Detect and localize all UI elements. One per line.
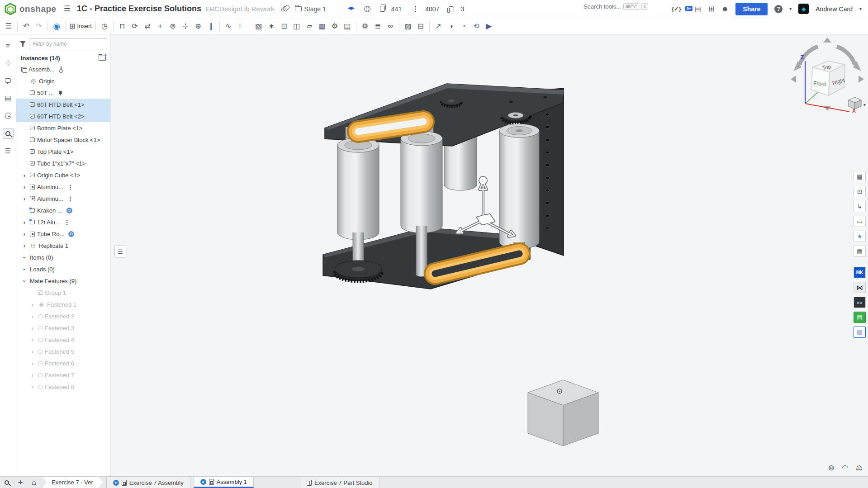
redo-button[interactable]: ↷ <box>33 20 45 33</box>
version-check-icon[interactable]: {✓} <box>672 5 681 12</box>
help-button[interactable]: ? <box>774 5 783 13</box>
search-tools[interactable]: Search tools... alt/⌥ c <box>583 3 648 10</box>
frame-panel-button[interactable]: ▭ <box>854 216 866 227</box>
tree-item[interactable]: › Fastened 6 <box>16 357 110 369</box>
divider-button[interactable] <box>113 21 114 31</box>
tree-item[interactable]: 50T ... ⋔ <box>16 87 110 99</box>
divider-button[interactable] <box>95 21 96 31</box>
chev-right-icon[interactable]: › <box>29 384 36 390</box>
mate-connector-button[interactable]: ⊦ <box>235 20 247 33</box>
tree-item[interactable]: Top Plate <1> <box>16 146 110 157</box>
edit-in-context-button[interactable]: ▱ <box>304 20 315 33</box>
user-name[interactable]: Andrew Card <box>816 5 853 13</box>
new-folder-icon[interactable] <box>99 56 106 61</box>
home-button[interactable]: ⌂ <box>27 477 41 488</box>
tree-item[interactable]: › Fastened 5 <box>16 346 110 357</box>
chev-right-icon[interactable]: › <box>21 231 28 237</box>
protractor-button[interactable]: ◠ <box>842 463 849 473</box>
comments-button[interactable] <box>3 75 14 86</box>
divider-button[interactable] <box>47 21 48 31</box>
tree-item[interactable]: Motor Spacer Block <1> <box>16 134 110 146</box>
chev-right-icon[interactable]: › <box>29 372 36 378</box>
document-tab[interactable]: Exercise 7 - Ver <box>43 477 103 488</box>
document-tab[interactable]: Assembly 1 <box>194 477 254 488</box>
rollback-button[interactable]: ◷ <box>99 20 110 33</box>
divider-button[interactable] <box>65 21 66 31</box>
ball-mate-button[interactable]: ⊚ <box>167 20 179 33</box>
replicate-tool-button[interactable]: ⊡ <box>278 20 290 33</box>
outline-button[interactable]: ☰ <box>3 146 14 156</box>
config-panel-button[interactable]: ⊡ <box>854 186 866 197</box>
likes-icon[interactable] <box>449 6 454 11</box>
document-tab[interactable]: Exercise 7 Part Studio <box>300 477 379 488</box>
gear-relation-button[interactable]: ⚙ <box>359 20 371 33</box>
slider-mate-button[interactable]: ⇄ <box>142 20 153 33</box>
tree-item[interactable]: 60T HTD Belt <1> <box>16 99 110 110</box>
interference-button[interactable]: ⚙ <box>329 20 341 33</box>
folder-name[interactable]: Stage 1 <box>304 5 326 13</box>
tree-item[interactable]: › Fastened 4 <box>16 334 110 346</box>
sheet-metal-button[interactable]: ▤ <box>342 20 353 33</box>
notes-button[interactable]: ▤ <box>3 93 14 104</box>
butterfly-app-button[interactable]: ⋈ <box>854 282 866 293</box>
link-icon[interactable] <box>66 208 72 213</box>
history-button[interactable] <box>3 110 14 121</box>
hamburger-menu-icon[interactable]: ☰ <box>64 4 71 14</box>
tree-item[interactable]: 60T HTD Belt <2> <box>16 110 110 122</box>
chev-right-icon[interactable]: › <box>29 337 36 343</box>
view-mode-button[interactable]: ▾ <box>849 97 866 109</box>
belt-60t-htd-1[interactable] <box>358 122 423 132</box>
chev-right-icon[interactable]: › <box>29 360 36 366</box>
pattern-button[interactable]: ∗ <box>266 20 277 33</box>
divider-button[interactable] <box>429 21 430 31</box>
transform-button[interactable]: ⊹ <box>3 57 14 68</box>
parallel-mate-button[interactable]: ∥ <box>205 20 217 33</box>
section-view-button[interactable]: ◑ <box>445 20 457 33</box>
add-tab-button[interactable]: + <box>14 477 27 488</box>
divider-button[interactable] <box>219 21 220 31</box>
graphics-viewport[interactable]: ☰ <box>111 34 868 476</box>
chev-right-icon[interactable]: › <box>21 243 28 249</box>
user-avatar[interactable]: ◆ <box>798 4 809 14</box>
explode-view-button[interactable]: ↗ <box>432 20 444 33</box>
origin-cube-model[interactable] <box>527 379 599 447</box>
divider-button[interactable] <box>356 21 356 31</box>
chev-right-icon[interactable]: › <box>29 325 36 331</box>
tree-item[interactable]: › Loads (0) <box>16 263 110 275</box>
insert-button[interactable]: ⊞ Insert <box>68 20 93 33</box>
chev-down-icon[interactable]: › <box>22 266 28 272</box>
turntable-button[interactable]: ⟲ <box>470 20 482 33</box>
display-states-button[interactable]: ▦ <box>316 20 328 33</box>
chev-right-icon[interactable]: › <box>21 219 28 225</box>
tripod-icon[interactable]: ⋔ <box>58 90 63 96</box>
tree-item[interactable]: › Tube Ro... <box>16 228 110 240</box>
help-caret-icon[interactable]: ▾ <box>789 6 792 11</box>
chev-down-icon[interactable]: › <box>22 278 28 284</box>
drawing-button[interactable]: ▨ <box>402 20 414 33</box>
feedback-icon[interactable]: ☻ <box>721 5 729 13</box>
checklist-icon[interactable]: ▤ <box>695 5 702 13</box>
tree-item[interactable]: › Fastened 8 <box>16 381 110 393</box>
snap-mode-button[interactable]: ∿ <box>223 20 234 33</box>
undo-button[interactable]: ↶ <box>20 20 32 33</box>
public-icon[interactable] <box>364 6 370 12</box>
named-positions-button[interactable]: ◫ <box>291 20 303 33</box>
dots-icon[interactable]: ⋮ <box>64 219 70 226</box>
tree-item[interactable]: › Fastened 2 <box>16 310 110 322</box>
dots-icon[interactable]: ⋮ <box>67 184 73 190</box>
cylindrical-mate-button[interactable]: ⊕ <box>192 20 204 33</box>
divider-button[interactable] <box>399 21 399 31</box>
tape-measure-button[interactable]: ⊚ <box>828 463 835 473</box>
tree-item[interactable]: › Aluminu... ⋮ <box>16 193 110 204</box>
mk-app-button[interactable]: MK <box>854 267 866 278</box>
export-app-button[interactable]: ▦ <box>854 246 866 257</box>
chev-right-icon[interactable]: › <box>21 172 28 178</box>
chev-right-icon[interactable]: › <box>29 302 36 308</box>
dots-icon[interactable]: ⋮ <box>67 195 73 202</box>
tree-item[interactable]: › 12t Alu... ⋮ <box>16 216 110 228</box>
tree-item[interactable]: › ◉ Fastened 1 <box>16 298 110 310</box>
tree-item[interactable]: › Origin Cube <1> <box>16 169 110 181</box>
structure-list-button[interactable]: ☰ <box>3 20 14 33</box>
share-button[interactable]: Share <box>735 3 768 15</box>
bom-panel-button[interactable]: ▤ <box>854 171 866 182</box>
